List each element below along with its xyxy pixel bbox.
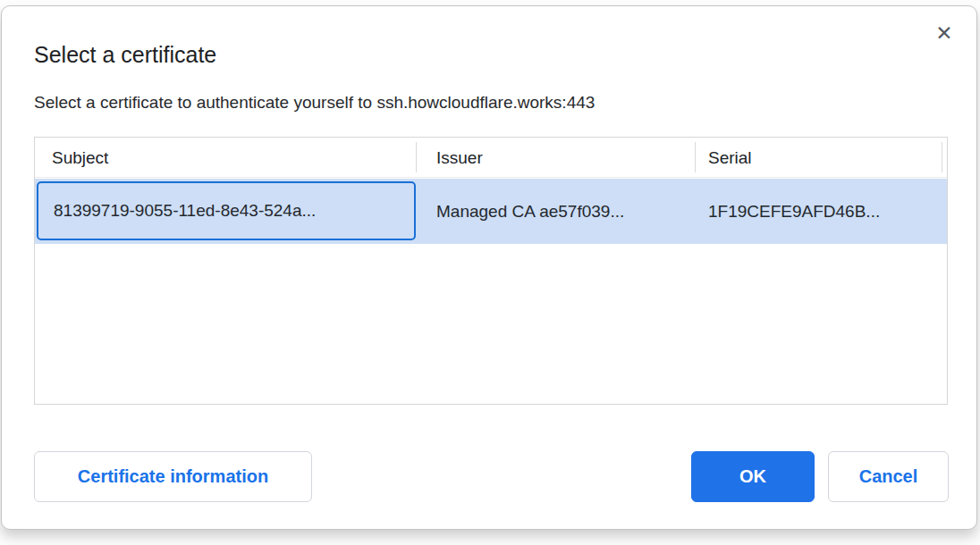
cell-serial: 1F19CEFE9AFD46B... <box>708 179 880 244</box>
certificate-select-dialog: ✕ Select a certificate Select a certific… <box>1 5 977 530</box>
column-divider[interactable] <box>416 142 417 172</box>
table-row-selected[interactable]: 81399719-9055-11ed-8e43-524a... Managed … <box>35 179 947 244</box>
selected-subject-cell[interactable]: 81399719-9055-11ed-8e43-524a... <box>37 181 416 240</box>
column-header-serial[interactable]: Serial <box>708 138 752 178</box>
cancel-button[interactable]: Cancel <box>828 451 949 502</box>
column-divider[interactable] <box>942 142 942 172</box>
column-divider[interactable] <box>695 142 696 172</box>
cell-subject: 81399719-9055-11ed-8e43-524a... <box>54 183 316 239</box>
column-header-subject[interactable]: Subject <box>52 138 108 178</box>
certificate-information-button[interactable]: Certificate information <box>34 451 312 502</box>
certificate-table: Subject Issuer Serial 81399719-9055-11ed… <box>34 137 948 405</box>
ok-button[interactable]: OK <box>691 451 815 502</box>
dialog-subtitle: Select a certificate to authenticate you… <box>34 93 595 113</box>
dialog-title: Select a certificate <box>34 42 216 68</box>
column-header-issuer[interactable]: Issuer <box>436 138 483 178</box>
cell-issuer: Managed CA ae57f039... <box>436 179 624 244</box>
close-icon[interactable]: ✕ <box>928 17 960 49</box>
table-header: Subject Issuer Serial <box>35 138 947 178</box>
